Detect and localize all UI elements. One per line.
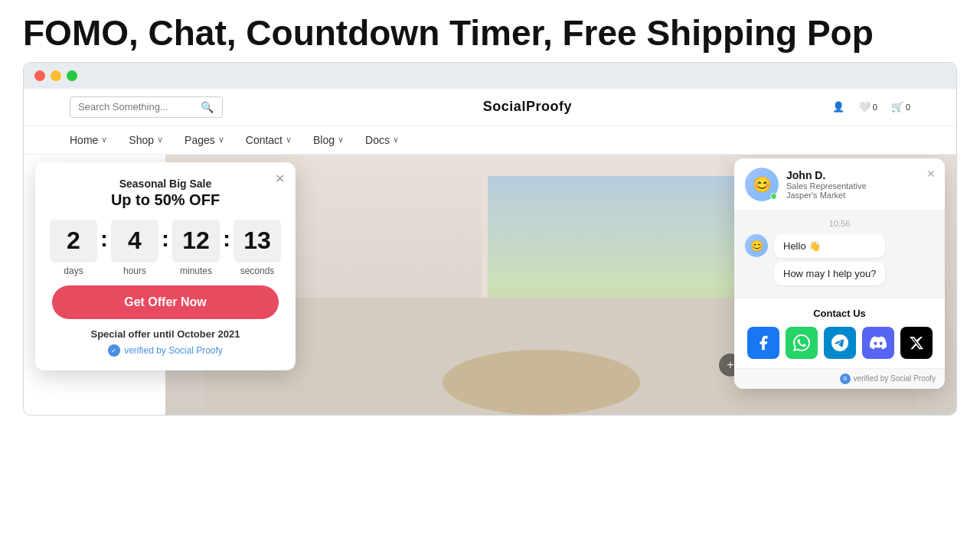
- nav-shop[interactable]: Shop ∨: [129, 134, 163, 146]
- nav-bar: Home ∨ Shop ∨ Pages ∨ Contact ∨ Blog ∨ D…: [24, 126, 956, 155]
- timer-days-value: 2: [50, 220, 97, 262]
- timer-seconds: 13 seconds: [234, 220, 281, 276]
- countdown-timer: 2 days : 4 hours : 12 minutes : 13 secon…: [52, 220, 279, 276]
- timer-hours-label: hours: [111, 266, 158, 276]
- account-icon: 👤: [832, 101, 844, 112]
- browser-bar: [24, 63, 956, 89]
- agent-name: John D.: [786, 169, 867, 181]
- nav-docs-arrow: ∨: [393, 135, 399, 145]
- nav-docs[interactable]: Docs ∨: [365, 134, 399, 146]
- timer-hours-value: 4: [111, 220, 158, 262]
- whatsapp-button[interactable]: [786, 327, 818, 359]
- nav-contact-label: Contact: [246, 134, 283, 146]
- contact-us-label: Contact Us: [745, 308, 934, 319]
- browser-dot-green[interactable]: [67, 70, 77, 81]
- nav-home-label: Home: [70, 134, 98, 146]
- store-logo: SocialProofy: [483, 99, 572, 115]
- timer-minutes-value: 12: [172, 220, 220, 262]
- heart-icon: 🤍: [858, 101, 871, 112]
- agent-company: Jasper's Market: [786, 191, 867, 200]
- telegram-button[interactable]: [824, 327, 856, 359]
- nav-contact[interactable]: Contact ∨: [246, 134, 292, 146]
- cart-count: 0: [906, 103, 910, 112]
- special-offer-text: Special offer until October 2021: [52, 328, 279, 340]
- chat-verified-footer: S verified by Social Proofy: [734, 368, 945, 389]
- socialproofy-small-logo: S: [840, 373, 851, 384]
- nav-shop-label: Shop: [129, 134, 154, 146]
- timer-colon-1: :: [100, 220, 108, 252]
- chat-bubble-row: 😊 Hello 👋 How may I help you?: [745, 234, 934, 285]
- timer-colon-2: :: [162, 220, 169, 252]
- chat-verified-text: verified by Social Proofy: [854, 374, 936, 383]
- chat-bubbles: Hello 👋 How may I help you?: [774, 234, 885, 285]
- countdown-verified-text: verified by Social Proofy: [124, 345, 223, 356]
- chat-message-2: How may I help you?: [774, 262, 885, 285]
- timer-minutes: 12 minutes: [172, 220, 220, 276]
- account-icon-item[interactable]: 👤: [832, 101, 844, 112]
- countdown-verified-badge: ✓ verified by Social Proofy: [52, 344, 279, 357]
- agent-role: Sales Representative: [786, 181, 867, 191]
- timer-minutes-label: minutes: [172, 266, 220, 276]
- nav-shop-arrow: ∨: [157, 135, 163, 145]
- discord-button[interactable]: [862, 327, 894, 359]
- nav-blog[interactable]: Blog ∨: [313, 134, 344, 146]
- nav-contact-arrow: ∨: [286, 135, 292, 145]
- store-header: 🔍 SocialProofy 👤 🤍 0 🛒 0: [24, 89, 956, 126]
- timer-colon-3: :: [223, 220, 230, 252]
- nav-home-arrow: ∨: [101, 135, 107, 145]
- chat-agent-info: John D. Sales Representative Jasper's Ma…: [786, 169, 867, 200]
- browser-dot-yellow[interactable]: [51, 70, 61, 81]
- chat-timestamp: 10:56: [745, 219, 934, 228]
- nav-home[interactable]: Home ∨: [70, 134, 107, 146]
- search-icon: 🔍: [201, 101, 214, 113]
- timer-seconds-value: 13: [234, 220, 281, 262]
- timer-days: 2 days: [50, 220, 97, 276]
- nav-docs-label: Docs: [365, 134, 390, 146]
- chat-bubble-avatar: 😊: [745, 234, 768, 257]
- search-input[interactable]: [78, 101, 201, 112]
- search-box[interactable]: 🔍: [70, 96, 223, 118]
- browser-dot-red[interactable]: [34, 70, 45, 81]
- timer-days-label: days: [50, 266, 97, 276]
- nav-pages-arrow: ∨: [218, 135, 224, 145]
- page-title: FOMO, Chat, Countdown Timer, Free Shippi…: [0, 0, 980, 62]
- chat-popup: 😊 John D. Sales Representative Jasper's …: [734, 158, 945, 389]
- chat-footer: Contact Us: [734, 298, 945, 368]
- nav-pages-label: Pages: [185, 134, 215, 146]
- wishlist-icon-item[interactable]: 🤍 0: [858, 101, 877, 112]
- x-twitter-button[interactable]: [900, 327, 933, 359]
- nav-blog-label: Blog: [313, 134, 335, 146]
- cart-icon-item[interactable]: 🛒 0: [891, 101, 910, 112]
- nav-blog-arrow: ∨: [338, 135, 344, 145]
- timer-hours: 4 hours: [111, 220, 158, 276]
- browser-window: 🔍 SocialProofy 👤 🤍 0 🛒 0 Home ∨ Shop ∨: [23, 62, 957, 416]
- countdown-close-button[interactable]: ✕: [275, 171, 285, 186]
- content-area: + + ✕ Seasonal Big Sale Up to 50% OFF 2: [24, 155, 956, 415]
- chat-close-button[interactable]: ✕: [926, 168, 936, 180]
- verified-icon: ✓: [108, 344, 120, 357]
- facebook-button[interactable]: [747, 327, 779, 359]
- nav-pages[interactable]: Pages ∨: [185, 134, 224, 146]
- countdown-popup: ✕ Seasonal Big Sale Up to 50% OFF 2 days…: [35, 162, 296, 370]
- timer-seconds-label: seconds: [234, 266, 281, 276]
- countdown-title: Seasonal Big Sale: [52, 178, 279, 190]
- chat-header: 😊 John D. Sales Representative Jasper's …: [734, 158, 945, 211]
- chat-message-1: Hello 👋: [774, 234, 885, 258]
- online-status-dot: [770, 193, 777, 200]
- header-icons: 👤 🤍 0 🛒 0: [832, 101, 910, 112]
- chat-agent-avatar: 😊: [745, 168, 779, 201]
- get-offer-button[interactable]: Get Offer Now: [52, 285, 279, 319]
- wishlist-count: 0: [873, 103, 877, 112]
- room-table: [443, 350, 640, 415]
- countdown-subtitle: Up to 50% OFF: [52, 191, 279, 209]
- chat-messages: 10:56 😊 Hello 👋 How may I help you?: [734, 211, 945, 298]
- social-buttons: [745, 327, 934, 359]
- cart-icon: 🛒: [891, 101, 903, 112]
